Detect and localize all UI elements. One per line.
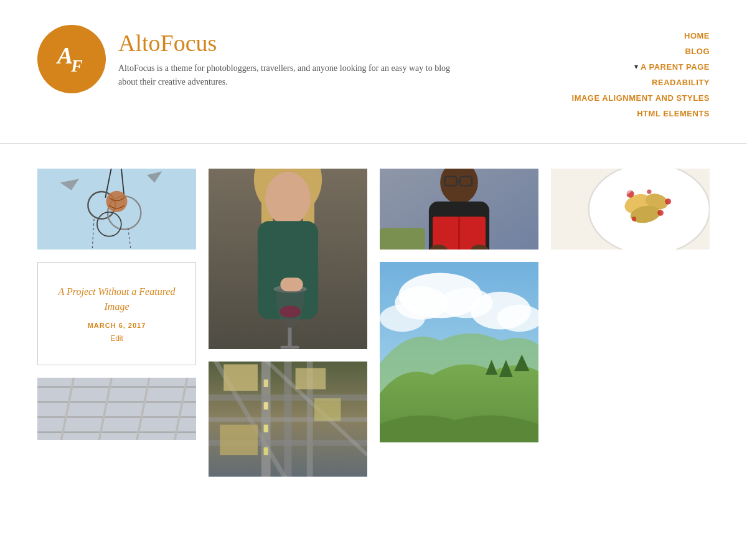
- svg-point-76: [665, 198, 671, 205]
- svg-point-74: [657, 210, 664, 216]
- garage-svg: [37, 378, 196, 440]
- nav-blog[interactable]: BLOG: [572, 47, 710, 56]
- no-featured-edit[interactable]: Edit: [50, 334, 183, 343]
- svg-point-31: [280, 306, 301, 317]
- portfolio-grid: A Project Without a Featured Image MARCH…: [0, 162, 747, 502]
- reading-svg: [380, 169, 538, 250]
- portfolio-column-1: A Project Without a Featured Image MARCH…: [37, 169, 196, 440]
- portfolio-column-4: [551, 169, 710, 250]
- svg-rect-60: [380, 228, 425, 250]
- svg-rect-46: [264, 380, 268, 387]
- svg-point-75: [647, 189, 651, 194]
- main-nav: HOME BLOG ▾ A PARENT PAGE READABILITY IM…: [572, 25, 710, 124]
- dropdown-arrow-icon: ▾: [634, 62, 638, 72]
- svg-point-26: [265, 172, 311, 225]
- wine-svg: [209, 169, 367, 349]
- svg-text:F: F: [70, 56, 83, 75]
- sculpture-svg: [37, 169, 196, 250]
- nav-image-alignment[interactable]: IMAGE ALIGNMENT AND STYLES: [572, 93, 710, 103]
- svg-rect-30: [280, 346, 299, 349]
- svg-point-8: [106, 191, 128, 212]
- nav-home[interactable]: HOME: [572, 31, 710, 40]
- svg-rect-37: [209, 394, 367, 401]
- portfolio-item-garage[interactable]: [37, 378, 196, 440]
- svg-rect-44: [314, 398, 341, 421]
- portfolio-item-reading[interactable]: [380, 169, 538, 250]
- svg-rect-17: [37, 431, 196, 432]
- portfolio-item-city[interactable]: [209, 362, 367, 477]
- svg-rect-29: [288, 328, 292, 347]
- city-svg: [209, 362, 367, 477]
- nav-parent-page-wrapper: ▾ A PARENT PAGE: [572, 62, 710, 72]
- landscape-svg: [380, 262, 538, 442]
- svg-rect-16: [37, 416, 196, 418]
- site-title[interactable]: AltoFocus: [118, 29, 454, 57]
- svg-rect-45: [220, 425, 258, 455]
- header-divider: [0, 143, 747, 144]
- no-featured-title: A Project Without a Featured Image: [50, 284, 183, 314]
- svg-rect-48: [264, 425, 268, 432]
- svg-rect-43: [296, 368, 326, 390]
- portfolio-item-landscape[interactable]: [380, 262, 538, 442]
- logo-area: A F AltoFocus AltoFocus is a theme for p…: [37, 25, 454, 93]
- no-featured-image-card[interactable]: A Project Without a Featured Image MARCH…: [37, 262, 196, 365]
- site-header: A F AltoFocus AltoFocus is a theme for p…: [0, 0, 747, 143]
- food-svg: [551, 169, 710, 250]
- portfolio-column-2: [209, 169, 367, 477]
- svg-rect-32: [280, 278, 303, 291]
- svg-rect-47: [264, 402, 268, 409]
- nav-html-elements[interactable]: HTML ELEMENTS: [572, 109, 710, 118]
- svg-rect-15: [37, 401, 196, 403]
- svg-rect-49: [264, 447, 268, 455]
- nav-readability[interactable]: READABILITY: [572, 78, 710, 87]
- site-description: AltoFocus is a theme for photobloggers, …: [118, 62, 454, 90]
- no-featured-date: MARCH 6, 2017: [50, 322, 183, 329]
- svg-rect-38: [209, 417, 367, 421]
- svg-rect-14: [37, 386, 196, 388]
- portfolio-column-3: [380, 169, 538, 442]
- portfolio-item-food[interactable]: [551, 169, 710, 250]
- svg-point-77: [632, 217, 636, 221]
- site-info: AltoFocus AltoFocus is a theme for photo…: [118, 29, 454, 90]
- logo-icon: A F: [50, 37, 93, 81]
- site-logo[interactable]: A F: [37, 25, 106, 93]
- portfolio-item-wine[interactable]: [209, 169, 367, 349]
- nav-parent-page[interactable]: A PARENT PAGE: [641, 62, 710, 72]
- svg-point-67: [380, 305, 425, 332]
- portfolio-item-sculpture[interactable]: [37, 169, 196, 250]
- svg-rect-42: [223, 364, 258, 391]
